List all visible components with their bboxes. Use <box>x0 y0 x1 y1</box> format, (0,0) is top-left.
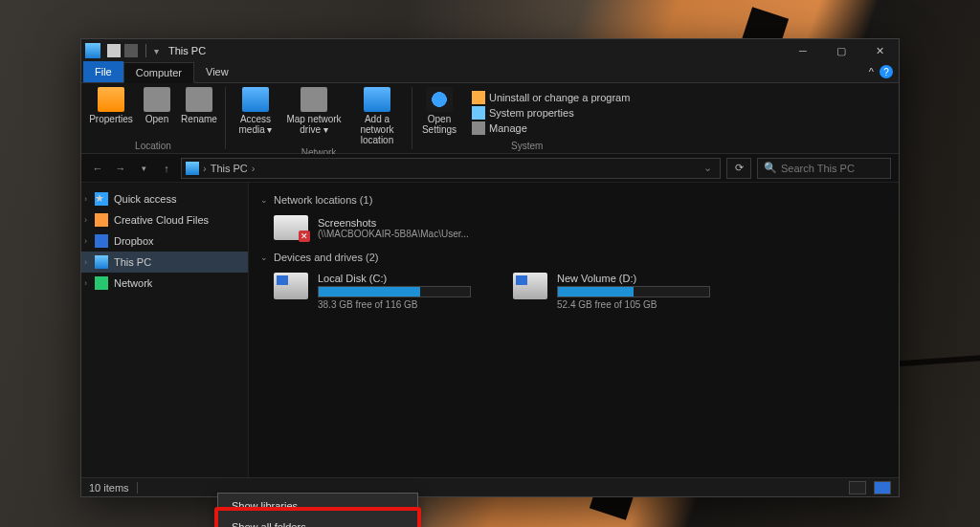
titlebar: ▾ This PC ─ ▢ ✕ <box>81 39 899 62</box>
drive-item-c[interactable]: Local Disk (C:) 38.3 GB free of 116 GB <box>274 273 475 310</box>
tab-view[interactable]: View <box>194 61 240 82</box>
pc-icon <box>186 162 199 175</box>
search-icon: 🔍 <box>764 162 777 174</box>
ribbon: Properties Open Rename Location Access m… <box>81 83 899 154</box>
body: ›★Quick access ›Creative Cloud Files ›Dr… <box>81 183 899 477</box>
tab-computer[interactable]: Computer <box>123 62 194 83</box>
capacity-bar <box>557 286 710 297</box>
file-tab[interactable]: File <box>83 61 123 82</box>
refresh-button[interactable]: ⟳ <box>726 158 751 179</box>
sidebar-item-quick-access[interactable]: ›★Quick access <box>81 188 248 209</box>
qat-item[interactable] <box>107 44 121 57</box>
content-pane: ⌄Network locations (1) ✕ Screenshots (\\… <box>249 183 899 477</box>
app-icon <box>85 43 100 58</box>
item-subtitle: (\\MACBOOKAIR-5B8A\Mac\User... <box>318 229 469 239</box>
qat-item[interactable] <box>124 44 138 57</box>
window-title: This PC <box>168 45 206 56</box>
network-drive-icon: ✕ <box>274 215 308 240</box>
network-location-item[interactable]: ✕ Screenshots (\\MACBOOKAIR-5B8A\Mac\Use… <box>274 215 887 240</box>
ctx-show-all-folders[interactable]: Show all folders <box>218 516 417 527</box>
separator <box>145 44 146 57</box>
address-bar-row: ← → ▾ ↑ › This PC › ⌄ ⟳ 🔍 Search This PC <box>81 154 899 183</box>
ribbon-tabs: File Computer View ^ ? <box>81 62 899 83</box>
details-view-button[interactable] <box>849 481 866 494</box>
drive-name: New Volume (D:) <box>557 273 710 284</box>
quick-access-toolbar: ▾ <box>103 44 163 57</box>
tiles-view-button[interactable] <box>874 481 891 494</box>
system-properties-link[interactable]: System properties <box>472 106 630 120</box>
item-title: Screenshots <box>318 217 469 229</box>
drive-caption: 52.4 GB free of 105 GB <box>557 299 710 310</box>
status-bar: 10 items <box>81 477 899 496</box>
chevron-right-icon: › <box>252 163 256 174</box>
drive-caption: 38.3 GB free of 116 GB <box>318 299 471 310</box>
sidebar-item-dropbox[interactable]: ›Dropbox <box>81 231 248 252</box>
ctx-show-libraries[interactable]: Show libraries <box>218 495 417 516</box>
sidebar-item-creative-cloud[interactable]: ›Creative Cloud Files <box>81 209 248 231</box>
chevron-right-icon: › <box>203 163 207 174</box>
capacity-bar <box>318 286 471 297</box>
up-button[interactable]: ↑ <box>158 160 175 177</box>
map-drive-button[interactable]: Map network drive ▾ <box>285 87 343 145</box>
disk-icon <box>513 273 547 299</box>
back-button[interactable]: ← <box>89 160 106 177</box>
uninstall-program-link[interactable]: Uninstall or change a program <box>472 91 630 104</box>
group-header-drives[interactable]: ⌄Devices and drives (2) <box>260 252 887 263</box>
nav-pane: ›★Quick access ›Creative Cloud Files ›Dr… <box>81 183 249 477</box>
breadcrumb-segment[interactable]: This PC <box>211 163 248 174</box>
search-placeholder: Search This PC <box>781 163 855 174</box>
group-label: Location <box>135 139 171 151</box>
close-button[interactable]: ✕ <box>860 39 899 62</box>
chevron-down-icon[interactable]: ⌄ <box>703 162 712 174</box>
sidebar-item-network[interactable]: ›Network <box>81 273 248 294</box>
recent-locations[interactable]: ▾ <box>135 160 152 177</box>
ribbon-group-location: Properties Open Rename Location <box>81 83 225 153</box>
maximize-button[interactable]: ▢ <box>822 39 860 62</box>
breadcrumb[interactable]: › This PC › ⌄ <box>181 158 721 179</box>
item-count: 10 items <box>89 482 129 494</box>
sidebar-item-this-pc[interactable]: ›This PC <box>81 252 248 273</box>
rename-button[interactable]: Rename <box>179 87 219 124</box>
open-button[interactable]: Open <box>141 87 173 124</box>
ribbon-group-system: Open Settings Uninstall or change a prog… <box>412 83 641 153</box>
ribbon-group-network: Access media ▾ Map network drive ▾ Add a… <box>226 83 412 153</box>
help-icon[interactable]: ? <box>880 65 893 78</box>
navpane-context-menu: Show libraries Show all folders Expand t… <box>217 493 418 527</box>
disk-icon <box>274 273 308 299</box>
access-media-button[interactable]: Access media ▾ <box>232 87 279 145</box>
forward-button[interactable]: → <box>112 160 129 177</box>
group-header-network[interactable]: ⌄Network locations (1) <box>260 194 887 206</box>
properties-button[interactable]: Properties <box>87 87 135 124</box>
drive-name: Local Disk (C:) <box>318 273 471 284</box>
open-settings-button[interactable]: Open Settings <box>418 87 460 139</box>
manage-link[interactable]: Manage <box>472 121 630 135</box>
minimize-button[interactable]: ─ <box>784 39 822 62</box>
group-label: System <box>511 139 543 151</box>
qat-dropdown[interactable]: ▾ <box>154 46 159 56</box>
collapse-ribbon[interactable]: ^ <box>869 66 874 77</box>
add-network-location-button[interactable]: Add a network location <box>348 87 406 145</box>
disconnected-icon: ✕ <box>299 231 310 242</box>
explorer-window: ▾ This PC ─ ▢ ✕ File Computer View ^ ? P… <box>80 38 900 497</box>
search-box[interactable]: 🔍 Search This PC <box>757 158 891 179</box>
drive-item-d[interactable]: New Volume (D:) 52.4 GB free of 105 GB <box>513 273 714 310</box>
